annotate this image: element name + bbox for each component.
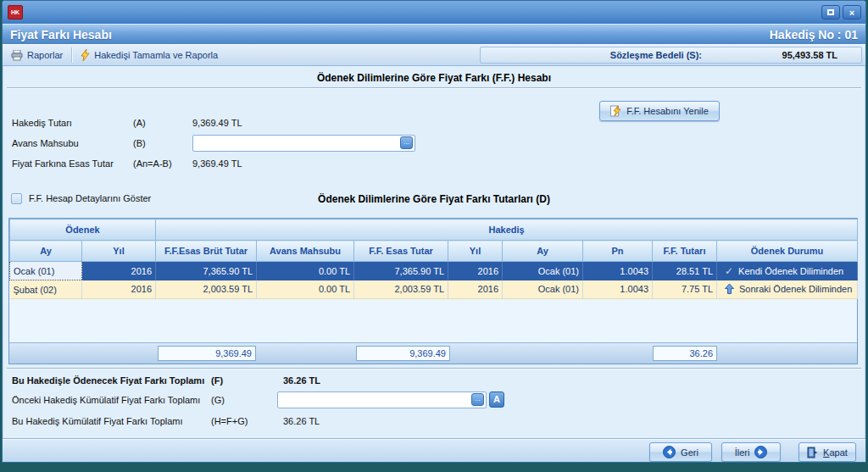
divider — [7, 368, 861, 369]
odenek-durumu-text: Kendi Ödenek Diliminden — [738, 266, 843, 276]
footer-bar: Geri İleri Kapat — [3, 438, 865, 463]
onceki-kumulatif-input[interactable] — [277, 391, 487, 408]
onceki-kumulatif-code: (G) — [211, 395, 225, 405]
ff-esas-tutar-label: Fiyat Farkına Esas Tutar — [12, 158, 114, 169]
a-button[interactable]: A — [489, 391, 504, 408]
hakedis-tutari-row: Hakediş Tutarı (A) 9,369.49 TL — [3, 115, 865, 132]
sozlesme-bedeli-panel: Sözleşme Bedeli (S): 95,493.58 TL — [480, 47, 862, 64]
avans-mahsubu-browse-button[interactable]: ... — [400, 136, 413, 149]
sozlesme-bedeli-value: 95,493.58 TL — [702, 50, 837, 60]
maximize-button[interactable] — [821, 5, 840, 19]
group-header-hakedis: Hakediş — [156, 219, 858, 241]
table-row[interactable]: Şubat (02) 2016 2,003.59 TL 0.00 TL 2,00… — [10, 280, 858, 299]
bu-kumulatif-code: (H=F+G) — [211, 416, 248, 426]
page-title: Fiyat Farkı Hesabı — [10, 28, 112, 42]
table-row[interactable]: Ocak (01) 2016 7,365.90 TL 0.00 TL 7,365… — [10, 262, 858, 280]
forward-arrow-icon — [754, 446, 767, 458]
hakedis-tutari-code: (A) — [133, 118, 146, 128]
back-arrow-icon — [663, 446, 676, 458]
maximize-icon — [827, 9, 834, 15]
section1-title: Ödenek Dilimlerine Göre Fiyat Farkı (F.F… — [3, 72, 865, 84]
printer-icon — [11, 50, 23, 61]
total-ff-tutari: 36.26 — [653, 346, 717, 361]
avans-mahsubu-code: (B) — [133, 138, 146, 148]
group-header-odenek: Ödenek — [10, 219, 156, 241]
grid-empty-area — [9, 299, 857, 342]
col-header-avans-mahsubu[interactable]: Avans Mahsubu — [257, 241, 354, 262]
app-logo: HK — [8, 5, 23, 19]
col-header-odenek-durumu[interactable]: Ödenek Durumu — [717, 241, 858, 262]
onceki-kumulatif-browse-button[interactable]: ... — [471, 393, 484, 406]
close-icon: × — [849, 8, 854, 18]
onceki-kumulatif-label: Önceki Hakediş Kümülatif Fiyat Farkı Top… — [12, 395, 200, 405]
raporlar-button[interactable]: Raporlar — [3, 45, 71, 65]
total-brut-tutar: 9,369.49 — [158, 346, 256, 361]
total-esas-tutar: 9,369.49 — [356, 346, 450, 361]
col-header-ff-esas-tutar[interactable]: F.F. Esas Tutar — [354, 241, 448, 262]
app-header: Fiyat Farkı Hesabı Hakediş No : 01 — [3, 24, 865, 44]
up-arrow-icon — [725, 284, 734, 294]
divider — [7, 87, 861, 89]
titlebar: HK × — [3, 1, 865, 24]
avans-mahsubu-label: Avans Mahsubu — [12, 138, 79, 148]
grid-totals-row: 9,369.49 9,369.49 36.26 — [9, 342, 857, 364]
ff-toplami-label: Bu Hakedişle Ödenecek Fiyat Farkı Toplam… — [12, 375, 204, 386]
odenek-durumu-text: Sonraki Ödenek Diliminden — [739, 284, 852, 294]
col-header-ff-tutari[interactable]: F.F. Tutarı — [653, 241, 717, 262]
ff-toplami-value: 36.26 TL — [283, 375, 320, 386]
toolbar: Raporlar Hakedişi Tamamla ve Raporla Söz… — [3, 44, 865, 66]
kapat-button[interactable]: Kapat — [798, 442, 856, 462]
tamamla-raporla-button[interactable]: Hakedişi Tamamla ve Raporla — [72, 45, 226, 65]
bu-kumulatif-row: Bu Hakediş Kümülatif Fiyat Farkı Toplamı… — [3, 414, 865, 430]
col-header-ff-esas-brut[interactable]: F.F.Esas Brüt Tutar — [156, 241, 257, 262]
exit-door-icon — [807, 447, 818, 458]
bu-kumulatif-label: Bu Hakediş Kümülatif Fiyat Farkı Toplamı — [12, 416, 183, 426]
col-header-yil[interactable]: Yıl — [82, 241, 156, 262]
ff-esas-tutar-row: Fiyat Farkına Esas Tutar (An=A-B) 9,369.… — [3, 156, 865, 173]
ff-toplami-code: (F) — [211, 375, 223, 386]
geri-button[interactable]: Geri — [649, 442, 712, 462]
col-header-yil2[interactable]: Yıl — [448, 241, 503, 262]
detail-toggle-row: F.F. Hesap Detaylarını Göster Ödenek Dil… — [3, 192, 865, 208]
col-header-pn[interactable]: Pn — [583, 241, 653, 262]
section2-title: Ödenek Dilimlerine Göre Fiyat Farkı Tuta… — [3, 193, 865, 205]
col-header-ay2[interactable]: Ay — [503, 241, 583, 262]
onceki-kumulatif-row: Önceki Hakediş Kümülatif Fiyat Farkı Top… — [3, 391, 865, 408]
hakedis-tutari-value: 9,369.49 TL — [192, 118, 242, 128]
ff-esas-tutar-code: (An=A-B) — [133, 158, 172, 169]
hakedis-no-badge: Hakediş No : 01 — [770, 28, 858, 42]
col-header-ay[interactable]: Ay — [10, 241, 82, 262]
ff-esas-tutar-value: 9,369.49 TL — [192, 158, 242, 169]
avans-mahsubu-input[interactable] — [192, 135, 415, 152]
bu-kumulatif-value: 36.26 TL — [283, 416, 320, 426]
main-content: Ödenek Dilimlerine Göre Fiyat Farkı (F.F… — [3, 66, 865, 438]
ileri-button[interactable]: İleri — [721, 442, 781, 462]
app-window: HK × Fiyat Farkı Hesabı Hakediş No : 01 … — [2, 0, 866, 463]
odenek-dilim-grid: Ödenek Hakediş Ay Yıl F.F.Esas Brüt Tuta… — [8, 218, 858, 364]
avans-mahsubu-row: Avans Mahsubu (B) ... — [3, 135, 865, 152]
check-icon: ✓ — [725, 265, 733, 277]
odenek-ff-toplami-row: Bu Hakedişle Ödenecek Fiyat Farkı Toplam… — [3, 373, 865, 390]
lightning-icon — [81, 49, 90, 61]
sozlesme-bedeli-label: Sözleşme Bedeli (S): — [610, 50, 702, 60]
close-button[interactable]: × — [843, 5, 861, 19]
hakedis-tutari-label: Hakediş Tutarı — [12, 118, 72, 128]
